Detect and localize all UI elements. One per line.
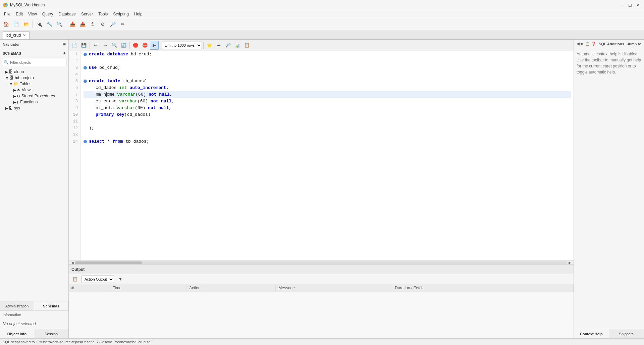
zoom-out-button[interactable]: 🔎: [224, 41, 232, 50]
import-data-button[interactable]: 📥: [68, 19, 77, 29]
object-info-tab[interactable]: Object Info: [0, 329, 34, 338]
jump-to-label: Jump to: [627, 42, 641, 46]
new-connection-button[interactable]: 🏠: [1, 19, 11, 29]
administration-tab[interactable]: Administration: [0, 301, 34, 310]
breakpoint-dot-1[interactable]: [84, 53, 87, 56]
menu-query[interactable]: Query: [40, 11, 56, 17]
app-icon: 🐬: [3, 2, 8, 8]
scroll-track[interactable]: [75, 261, 568, 264]
minimize-button[interactable]: ─: [619, 2, 625, 8]
export-data-button[interactable]: 📤: [78, 19, 87, 29]
schema-sys[interactable]: ▶ 🗄 sys: [0, 105, 68, 111]
stored-procedures-item[interactable]: ▶ ⚙ Stored Procedures: [0, 93, 68, 99]
menu-file[interactable]: File: [1, 11, 13, 17]
reconnect-button[interactable]: 🔌: [35, 19, 44, 29]
alter-table-button[interactable]: ✏: [118, 19, 127, 29]
folder-icon: 📁: [13, 82, 18, 86]
sp-icon: ⚙: [17, 94, 20, 98]
horizontal-scrollbar[interactable]: ◀ ▶: [69, 260, 574, 264]
output-label: Output: [71, 267, 85, 272]
open-query-button[interactable]: 📂: [21, 19, 31, 29]
code-line-13: [84, 132, 571, 138]
schemas-add-icon[interactable]: +: [63, 51, 66, 56]
new-query-button[interactable]: 📄: [11, 19, 21, 29]
arrow-icon: ▶: [5, 106, 8, 110]
tab-close-button[interactable]: ✕: [23, 33, 26, 38]
breakpoint-dot-11[interactable]: [84, 120, 87, 123]
new-tab-button[interactable]: 📄: [70, 41, 79, 50]
add-snippet-button[interactable]: ⭐: [205, 41, 214, 50]
breakpoint-dot-13[interactable]: [84, 133, 87, 137]
code-content[interactable]: create database bd_crud; use bd_crud;: [81, 51, 574, 260]
breakpoint-dot-5[interactable]: [84, 80, 87, 83]
schema-inspector-button[interactable]: 🔍: [55, 19, 64, 29]
menu-help[interactable]: Help: [131, 11, 145, 17]
close-button[interactable]: ✕: [635, 2, 641, 8]
schemas-tab[interactable]: Schemas: [34, 301, 68, 310]
copy-btn[interactable]: 📋: [585, 42, 590, 46]
forward-btn[interactable]: ▶: [581, 42, 583, 46]
snippets-tab[interactable]: Snippets: [609, 329, 644, 338]
action-output-select[interactable]: Action Output: [82, 276, 114, 283]
undo-button[interactable]: ↩: [91, 41, 100, 50]
col-duration: Duration / Fetch: [392, 284, 574, 292]
breakpoint-dot-8[interactable]: [84, 100, 87, 103]
context-help-text: Automatic context help is disabled. Use …: [577, 52, 641, 75]
search-table-button[interactable]: 🔎: [108, 19, 117, 29]
code-text-6: cd_dados int auto_increment,: [96, 85, 169, 91]
code-editor[interactable]: 1 2 3 4 5 6 7 8 9 10 11 12 13 14 create …: [69, 51, 574, 260]
views-item[interactable]: ▶ 👁 Views: [0, 87, 68, 93]
breakpoint-dot-10[interactable]: [84, 113, 87, 116]
breakpoint-dot-6[interactable]: [84, 86, 87, 90]
breakpoint-dot-9[interactable]: [84, 106, 87, 110]
menu-database[interactable]: Database: [56, 11, 78, 17]
administration-button[interactable]: ⚙: [98, 19, 107, 29]
schema-bd-projeto-label: bd_projeto: [15, 76, 34, 80]
save-button[interactable]: 💾: [79, 41, 88, 50]
back-btn[interactable]: ◀: [577, 42, 579, 46]
output-dropdown-btn[interactable]: ▼: [116, 275, 125, 284]
manage-connections-button[interactable]: 🔧: [45, 19, 54, 29]
execute-button[interactable]: ▶: [150, 41, 159, 50]
sql-additions-footer: Context Help Snippets: [574, 329, 644, 338]
tables-folder[interactable]: ▼ 📁 Tables: [0, 81, 68, 87]
menu-tools[interactable]: Tools: [96, 11, 110, 17]
stop-button[interactable]: 🛑: [131, 41, 140, 50]
functions-item[interactable]: ▶ ƒ Functions: [0, 99, 68, 105]
code-line-5: create table tb_dados(: [84, 78, 571, 85]
line-num-3: 3: [69, 64, 80, 71]
context-help-tab[interactable]: Context Help: [574, 329, 609, 338]
titlebar: 🐬 MySQL Workbench ─ ◻ ✕: [0, 0, 644, 10]
limit-select[interactable]: Limit to 1000 rows Don't limit Limit to …: [162, 42, 202, 49]
breakpoint-dot-4[interactable]: [84, 73, 87, 76]
stop-alt-button[interactable]: ⛔: [141, 41, 149, 50]
breakpoint-dot-12[interactable]: [84, 127, 87, 130]
breakpoint-dot-2[interactable]: [84, 59, 87, 63]
menu-scripting[interactable]: Scripting: [110, 11, 131, 17]
breakpoint-dot-7[interactable]: [84, 93, 87, 96]
redo-button[interactable]: ↪: [101, 41, 109, 50]
output-icon-btn[interactable]: 📋: [71, 275, 79, 284]
search-input[interactable]: [10, 60, 65, 64]
help-btn[interactable]: ❓: [591, 42, 596, 46]
active-tab[interactable]: bd_crud ✕: [3, 31, 30, 39]
session-tab[interactable]: Session: [34, 329, 68, 338]
schema-bd-projeto[interactable]: ▼ 🗄 bd_projeto: [0, 75, 68, 81]
query-stats-button[interactable]: 📋: [243, 41, 251, 50]
schema-aluno[interactable]: ▶ 🗄 aluno: [0, 69, 68, 75]
menu-edit[interactable]: Edit: [13, 11, 25, 17]
restore-button[interactable]: ◻: [627, 2, 633, 8]
navigator-icon: ≡: [63, 42, 66, 47]
scroll-thumb[interactable]: [75, 261, 142, 264]
menu-server[interactable]: Server: [78, 11, 96, 17]
refresh-button[interactable]: 🔄: [119, 41, 128, 50]
breakpoint-dot-14[interactable]: [84, 140, 87, 143]
results-table-head: # Time Action Message Duration / Fetch: [69, 284, 574, 292]
breakpoint-dot-3[interactable]: [84, 66, 87, 69]
format-button[interactable]: ⬅: [214, 41, 223, 50]
explain-button[interactable]: 📊: [233, 41, 242, 50]
performance-button[interactable]: ⏱: [88, 19, 97, 29]
menu-view[interactable]: View: [25, 11, 40, 17]
code-text-3: use bd_crud;: [89, 64, 120, 71]
find-button[interactable]: 🔍: [110, 41, 119, 50]
